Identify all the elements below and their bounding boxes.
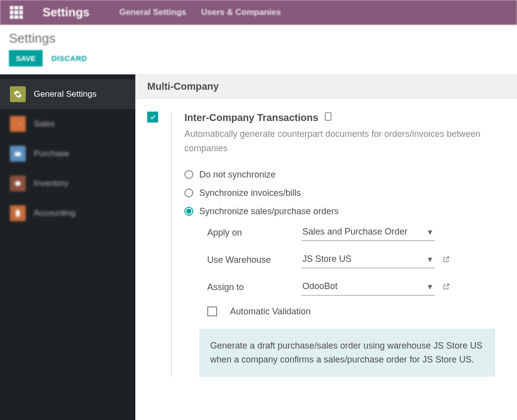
- radio-sync-invoices[interactable]: Synchronize invoices/bills: [184, 188, 495, 198]
- sidebar-item-label: General Settings: [34, 89, 97, 99]
- assign-to-select[interactable]: OdooBot ▾: [301, 279, 435, 296]
- setting-inter-company: Inter-Company Transactions Automatically…: [135, 99, 517, 377]
- nav-general-settings[interactable]: General Settings: [119, 7, 186, 17]
- app-title: Settings: [43, 5, 90, 19]
- sync-radio-group: Do not synchronize Synchronize invoices/…: [184, 170, 495, 217]
- info-box: Generate a draft purchase/sales order us…: [199, 329, 495, 377]
- caret-down-icon: ▾: [428, 254, 432, 265]
- gear-icon: [10, 86, 26, 102]
- radio-label: Synchronize invoices/bills: [199, 188, 301, 198]
- warehouse-select[interactable]: JS Store US ▾: [301, 252, 435, 268]
- subheader: Settings SAVE DISCARD: [0, 25, 517, 74]
- building-icon: [323, 112, 333, 124]
- external-link-icon[interactable]: [442, 283, 450, 292]
- discard-button[interactable]: DISCARD: [52, 54, 87, 62]
- external-link-icon[interactable]: [442, 255, 450, 265]
- sidebar-item-label: Sales: [34, 119, 55, 129]
- radio-icon: [184, 207, 193, 216]
- radio-label: Do not synchronize: [199, 170, 276, 180]
- radio-label: Synchronize sales/purchase orders: [199, 206, 339, 217]
- sidebar-item-label: Accounting: [34, 208, 75, 218]
- form-rows: Apply on Sales and Purchase Order ▾ Use …: [207, 225, 495, 296]
- assign-to-row: Assign to OdooBot ▾: [207, 279, 495, 296]
- apply-on-select[interactable]: Sales and Purchase Order ▾: [301, 225, 435, 241]
- assign-to-label: Assign to: [207, 282, 301, 293]
- enable-checkbox[interactable]: [147, 112, 158, 122]
- save-button[interactable]: SAVE: [9, 50, 43, 66]
- caret-down-icon: ▾: [428, 227, 432, 238]
- box-icon: [10, 176, 26, 191]
- select-value: OdooBot: [302, 281, 338, 292]
- document-icon: [10, 205, 26, 221]
- warehouse-row: Use Warehouse JS Store US ▾: [207, 252, 495, 268]
- sidebar-item-purchase[interactable]: Purchase: [0, 139, 135, 169]
- select-value: Sales and Purchase Order: [302, 227, 407, 237]
- apps-icon[interactable]: [10, 6, 23, 19]
- sidebar-item-accounting[interactable]: Accounting: [0, 198, 135, 228]
- page-title: Settings: [9, 31, 508, 46]
- select-value: JS Store US: [302, 254, 351, 264]
- apply-on-label: Apply on: [207, 228, 301, 238]
- cart-icon: [10, 146, 26, 162]
- radio-sync-orders[interactable]: Synchronize sales/purchase orders: [184, 206, 495, 217]
- setting-title-text: Inter-Company Transactions: [184, 112, 318, 123]
- chart-icon: [10, 116, 26, 132]
- content-area: Multi-Company Inter-Company Transactions…: [135, 74, 517, 420]
- sidebar-item-general-settings[interactable]: General Settings: [0, 79, 135, 109]
- warehouse-label: Use Warehouse: [207, 255, 301, 265]
- automatic-validation-row: Automatic Validation: [207, 306, 495, 317]
- apply-on-row: Apply on Sales and Purchase Order ▾: [207, 225, 495, 241]
- svg-rect-0: [15, 152, 21, 156]
- radio-icon: [184, 170, 193, 179]
- caret-down-icon: ▾: [428, 281, 432, 292]
- radio-icon: [184, 188, 193, 197]
- svg-rect-1: [325, 113, 331, 120]
- sidebar-item-label: Inventory: [34, 179, 68, 188]
- sidebar-item-sales[interactable]: Sales: [0, 109, 135, 139]
- sidebar: General Settings Sales Purchase Inventor…: [0, 74, 135, 420]
- automatic-validation-label: Automatic Validation: [230, 306, 311, 317]
- sidebar-item-inventory[interactable]: Inventory: [0, 169, 135, 198]
- section-header: Multi-Company: [135, 74, 517, 99]
- divider: [171, 112, 172, 377]
- setting-title: Inter-Company Transactions: [184, 112, 333, 124]
- automatic-validation-checkbox[interactable]: [207, 306, 217, 316]
- radio-do-not-sync[interactable]: Do not synchronize: [184, 170, 495, 180]
- setting-description: Automatically generate counterpart docum…: [184, 127, 495, 156]
- nav-users-companies[interactable]: Users & Companies: [201, 7, 281, 17]
- sidebar-item-label: Purchase: [34, 149, 69, 159]
- top-bar: Settings General Settings Users & Compan…: [0, 0, 517, 25]
